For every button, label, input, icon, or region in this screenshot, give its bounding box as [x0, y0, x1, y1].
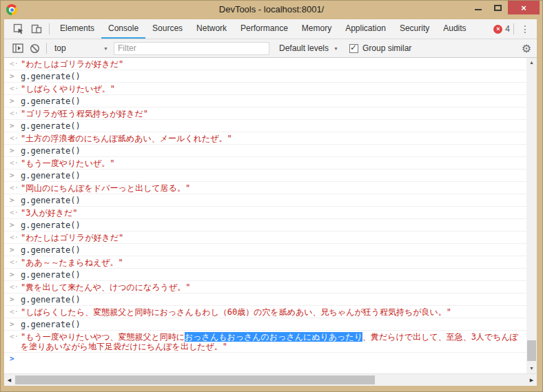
console-result-row: <·"わたしはゴリラが好きだ" [4, 58, 526, 70]
device-toolbar-icon [31, 23, 42, 34]
console-command-row: >g.generate() [4, 145, 526, 157]
console-result-row: <·"しばらくしたら、変態親父と同時におっさんもわし（60歳）の穴を舐めあい、兄… [4, 306, 526, 318]
console-text: "もう一度やりたいぜ。" [21, 158, 521, 168]
tab-performance[interactable]: Performance [234, 19, 295, 39]
console-command-row: >g.generate() [4, 169, 526, 182]
console-command-row: >g.generate() [4, 70, 526, 83]
clear-console-button[interactable] [26, 41, 43, 56]
settings-gear-icon[interactable]: ⚙ [522, 42, 531, 55]
result-arrow-icon: <· [10, 307, 19, 317]
minimize-button[interactable] [468, 1, 488, 14]
command-chevron-icon: > [10, 196, 14, 205]
console-text: "しばらくやりたいぜ。" [21, 84, 521, 94]
log-levels-dropdown[interactable]: Default levels ▼ [279, 43, 338, 53]
result-arrow-icon: <· [10, 282, 19, 292]
console-result-row: <·"岡山のにちんぽをドバーっと出して居る。" [4, 182, 526, 194]
command-chevron-icon: > [10, 295, 14, 305]
console-text: "ああ～～たまらねえぜ。" [21, 258, 521, 267]
command-chevron-icon: > [10, 245, 14, 255]
console-text: g.generate() [21, 72, 521, 81]
log-levels-label: Default levels [279, 43, 329, 53]
console-text: "岡山のにちんぽをドバーっと出して居る。" [21, 183, 521, 193]
error-badge-icon[interactable]: × [493, 25, 502, 34]
console-text: "しばらくしたら、変態親父と同時におっさんもわし（60歳）の穴を舐めあい、兄ちゃ… [21, 307, 521, 317]
console-text: "3人が好きだ" [21, 208, 521, 218]
kebab-menu-button[interactable]: ⋮ [518, 23, 533, 34]
tab-memory[interactable]: Memory [295, 19, 338, 39]
console-command-row: >g.generate() [4, 120, 526, 132]
group-similar-checkbox[interactable]: ✓ [349, 44, 358, 53]
console-result-row: <·"ゴリラが狂う程気持ちが好きだ" [4, 107, 526, 120]
tab-audits[interactable]: Audits [436, 19, 473, 39]
command-chevron-icon: > [10, 171, 14, 180]
scroll-left-icon[interactable]: ◀ [4, 374, 14, 386]
clear-console-icon [30, 43, 40, 54]
vertical-scrollbar[interactable]: ▲ ▼ [526, 58, 537, 373]
separator [46, 43, 47, 54]
inspect-element-button[interactable] [10, 19, 28, 39]
tab-security[interactable]: Security [393, 19, 436, 39]
command-chevron-icon: > [10, 72, 14, 81]
selected-text: おっさんもおっさんのおっさんにぬりあったり [185, 332, 362, 342]
console-toolbar: top ▼ Default levels ▼ ✓ Group similar ⚙ [4, 39, 537, 58]
tab-network[interactable]: Network [189, 19, 234, 39]
console-text: g.generate() [21, 295, 521, 305]
scroll-down-icon[interactable]: ▼ [526, 364, 537, 373]
console-result-row: <·"わたしはゴリラが好きだ" [4, 231, 526, 244]
result-arrow-icon: <· [10, 59, 19, 69]
console-text: "土方の浮浪者のにちんぽ舐めあい、メールくれたぜ。" [21, 134, 521, 143]
console-text: "わたしはゴリラが好きだ" [21, 233, 521, 243]
check-icon: ✓ [350, 43, 357, 52]
console-sidebar-button[interactable] [10, 41, 26, 56]
maximize-button[interactable] [488, 1, 508, 14]
filter-input[interactable] [114, 42, 269, 55]
console-text: g.generate() [21, 146, 521, 156]
console-result-row: <·"しばらくやりたいぜ。" [4, 83, 526, 95]
command-chevron-icon: > [10, 146, 14, 156]
inspect-cursor-icon [13, 23, 24, 34]
console-result-row: <·"もう一度やりたいやつ、変態親父と同時におっさんもおっさんのおっさんにぬりあ… [4, 331, 526, 353]
minimize-icon [475, 9, 482, 10]
horizontal-scrollbar[interactable]: ◀ ▶ [4, 373, 537, 386]
console-text: g.generate() [21, 320, 521, 329]
vertical-scrollbar-thumb[interactable] [527, 340, 536, 361]
console-result-row: <·"土方の浮浪者のにちんぽ舐めあい、メールくれたぜ。" [4, 132, 526, 145]
result-arrow-icon: <· [10, 258, 19, 267]
error-count: 4 [505, 24, 510, 34]
console-command-row: >g.generate() [4, 269, 526, 281]
console-input[interactable]: > [4, 353, 526, 365]
window-controls: × [468, 1, 540, 14]
horizontal-scrollbar-thumb[interactable] [15, 375, 375, 384]
context-selector[interactable]: top ▼ [54, 43, 108, 53]
console-text: g.generate() [21, 96, 521, 106]
command-chevron-icon: > [10, 220, 14, 230]
result-arrow-icon: <· [10, 183, 19, 193]
close-button[interactable]: × [508, 1, 540, 14]
result-arrow-icon: <· [10, 134, 19, 143]
context-selector-value: top [54, 43, 66, 53]
command-chevron-icon: > [10, 320, 14, 329]
result-arrow-icon: <· [10, 332, 19, 342]
tab-application[interactable]: Application [338, 19, 393, 39]
command-chevron-icon: > [10, 121, 14, 131]
console-command-row: >g.generate() [4, 95, 526, 107]
console-result-row: <·"3人が好きだ" [4, 207, 526, 219]
console-command-row: >g.generate() [4, 244, 526, 256]
result-arrow-icon: <· [10, 84, 19, 94]
maximize-icon [494, 5, 502, 11]
tab-elements[interactable]: Elements [53, 19, 101, 39]
tab-console[interactable]: Console [101, 19, 145, 39]
window-title: DevTools - localhost:8001/ [219, 4, 324, 14]
scroll-up-icon[interactable]: ▲ [526, 58, 537, 68]
console-sidebar-icon [12, 43, 23, 53]
console-text: g.generate() [21, 196, 521, 205]
console-command-row: >g.generate() [4, 194, 526, 207]
group-similar-label: Group similar [362, 43, 411, 53]
scroll-right-icon[interactable]: ▶ [526, 374, 537, 386]
separator [513, 23, 514, 34]
tab-sources[interactable]: Sources [145, 19, 189, 39]
chevron-down-icon: ▼ [334, 46, 338, 51]
device-toolbar-button[interactable] [28, 19, 45, 39]
console-messages: <·"わたしはゴリラが好きだ">g.generate()<·"しばらくやりたいぜ… [4, 58, 526, 373]
console-command-row: >g.generate() [4, 293, 526, 306]
